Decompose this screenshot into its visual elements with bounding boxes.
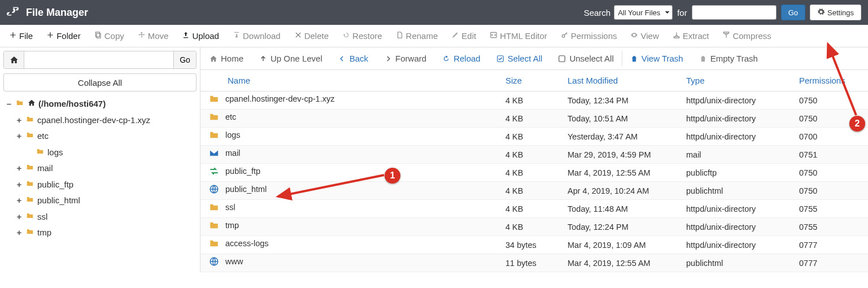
file-permissions: 0777	[795, 254, 868, 272]
restore-label: Restore	[352, 31, 382, 41]
app-title: File Manager	[26, 7, 88, 19]
folder-icon	[25, 209, 35, 225]
table-row[interactable]: public_ftp4 KBMar 4, 2019, 12:55 AMpubli…	[200, 164, 868, 182]
table-row[interactable]: public_html4 KBApr 4, 2019, 10:24 AMpubl…	[200, 182, 868, 200]
table-row[interactable]: etc4 KBToday, 10:51 AMhttpd/unix-directo…	[200, 110, 868, 128]
tree-item[interactable]: logs	[26, 145, 197, 161]
new-file-button[interactable]: File	[2, 25, 40, 47]
path-go-button[interactable]: Go	[173, 51, 196, 68]
col-type[interactable]: Type	[682, 70, 795, 91]
delete-label: Delete	[304, 31, 329, 41]
folder-icon	[25, 128, 35, 145]
upload-label: Upload	[192, 31, 219, 41]
expand-toggle-icon[interactable]: +	[16, 225, 23, 241]
tree-item[interactable]: +tmp	[16, 225, 197, 241]
col-size[interactable]: Size	[501, 70, 563, 91]
select-all-button[interactable]: Select All	[488, 47, 551, 69]
search-scope-select[interactable]: All Your Files	[614, 5, 673, 20]
view-trash-button[interactable]: View Trash	[622, 47, 691, 69]
expand-toggle-icon[interactable]: +	[16, 112, 23, 129]
path-input[interactable]	[24, 51, 173, 68]
table-row[interactable]: access-logs34 bytesMar 4, 2019, 1:09 AMh…	[200, 236, 868, 254]
reload-button[interactable]: Reload	[434, 47, 488, 69]
expand-toggle-icon[interactable]: +	[16, 209, 23, 225]
delete-button[interactable]: Delete	[287, 25, 335, 47]
file-modified: Mar 4, 2019, 12:55 AM	[563, 164, 682, 182]
view-button[interactable]: View	[623, 25, 665, 47]
file-modified: Apr 4, 2019, 10:24 AM	[563, 182, 682, 200]
col-name[interactable]: Name	[200, 70, 501, 91]
tree-item[interactable]: +ssl	[16, 209, 197, 225]
table-row[interactable]: tmp4 KBToday, 12:24 PMhttpd/unix-directo…	[200, 218, 868, 236]
file-type: httpd/unix-directory	[682, 218, 795, 236]
permissions-button[interactable]: Permissions	[554, 25, 624, 47]
tree-root[interactable]: – (/home/hosti647)	[6, 96, 197, 112]
new-folder-button[interactable]: Folder	[40, 25, 88, 47]
search-go-button[interactable]: Go	[781, 5, 805, 20]
tree-item[interactable]: +etc	[16, 128, 197, 145]
tree-item[interactable]: +cpanel.hostinger-dev-cp-1.xyz	[16, 112, 197, 129]
upload-button[interactable]: Upload	[175, 25, 226, 47]
collapse-toggle-icon[interactable]: –	[6, 96, 12, 112]
file-name: public_ftp	[225, 167, 260, 176]
col-permissions[interactable]: Permissions	[795, 70, 868, 91]
nav-forward-button[interactable]: Forward	[376, 47, 434, 69]
tree-item[interactable]: +public_html	[16, 193, 197, 209]
tree-item-label: tmp	[37, 225, 51, 241]
file-permissions: 0755	[795, 218, 868, 236]
expand-toggle-icon[interactable]: +	[16, 160, 23, 177]
table-row[interactable]: logs4 KBYesterday, 3:47 AMhttpd/unix-dir…	[200, 128, 868, 146]
path-home-button[interactable]	[4, 51, 24, 68]
table-row[interactable]: www11 bytesMar 4, 2019, 12:55 AMpublicht…	[200, 254, 868, 272]
left-panel: Go Collapse All – (/home/hosti647) +cpan…	[0, 47, 200, 272]
reload-label: Reload	[453, 54, 481, 63]
permissions-label: Permissions	[571, 31, 617, 41]
folder-icon	[25, 160, 35, 177]
collapse-all-button[interactable]: Collapse All	[3, 73, 197, 91]
mail-icon	[208, 148, 220, 158]
search-input[interactable]	[692, 5, 777, 20]
empty-trash-label: Empty Trash	[710, 54, 758, 63]
file-size: 4 KB	[501, 218, 563, 236]
x-icon	[294, 31, 302, 41]
folder-icon	[35, 145, 45, 161]
download-button[interactable]: Download	[226, 25, 287, 47]
download-label: Download	[243, 31, 281, 41]
folder-icon	[208, 238, 220, 248]
tree-item[interactable]: +public_ftp	[16, 177, 197, 193]
file-type: httpd/unix-directory	[682, 91, 795, 110]
table-row[interactable]: cpanel.hostinger-dev-cp-1.xyz4 KBToday, …	[200, 91, 868, 110]
nav-home-button[interactable]: Home	[202, 47, 251, 69]
file-list-toolbar: Home Up One Level Back Forward Reload Se…	[200, 47, 868, 70]
copy-button[interactable]: Copy	[88, 25, 131, 47]
file-name: access-logs	[225, 239, 269, 248]
rename-button[interactable]: Rename	[389, 25, 445, 47]
html-editor-button[interactable]: HTML Editor	[483, 25, 554, 47]
table-row[interactable]: mail4 KBMar 29, 2019, 4:59 PMmail0751	[200, 146, 868, 164]
unselect-all-button[interactable]: Unselect All	[550, 47, 621, 69]
expand-toggle-icon[interactable]: +	[16, 177, 23, 193]
edit-button[interactable]: Edit	[444, 25, 483, 47]
nav-up-button[interactable]: Up One Level	[251, 47, 330, 69]
col-modified[interactable]: Last Modified	[563, 70, 682, 91]
move-button[interactable]: Move	[131, 25, 176, 47]
compress-button[interactable]: Compress	[716, 25, 778, 47]
file-permissions: 0755	[795, 200, 868, 218]
expand-toggle-icon[interactable]: +	[16, 128, 23, 145]
expand-toggle-icon[interactable]: +	[16, 193, 23, 209]
settings-button[interactable]: Settings	[810, 5, 861, 20]
tree-item[interactable]: +mail	[16, 160, 197, 177]
empty-trash-button[interactable]: Empty Trash	[691, 47, 766, 69]
table-row[interactable]: ssl4 KBToday, 11:48 AMhttpd/unix-directo…	[200, 200, 868, 218]
file-modified: Today, 12:34 PM	[563, 91, 682, 110]
extract-button[interactable]: Extract	[666, 25, 716, 47]
file-table: Name Size Last Modified Type Permissions…	[200, 70, 868, 272]
nav-back-button[interactable]: Back	[330, 47, 376, 69]
file-size: 4 KB	[501, 91, 563, 110]
nav-up-label: Up One Level	[271, 54, 322, 63]
file-type: httpd/unix-directory	[682, 110, 795, 128]
transfer-icon	[208, 166, 220, 176]
move-label: Move	[148, 31, 169, 41]
file-modified: Mar 4, 2019, 12:55 AM	[563, 254, 682, 272]
restore-button[interactable]: Restore	[335, 25, 389, 47]
